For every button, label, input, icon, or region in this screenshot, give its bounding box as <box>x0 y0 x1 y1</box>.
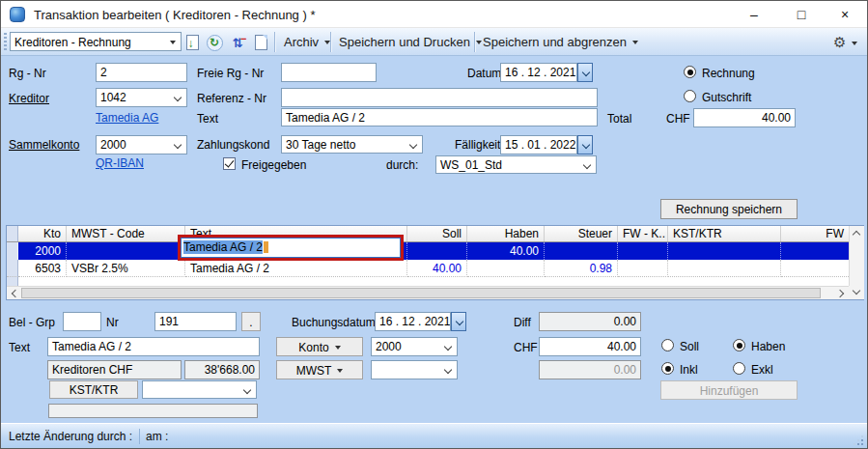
toolbar-grip[interactable] <box>4 33 7 51</box>
col-steuer[interactable]: Steuer <box>545 226 618 241</box>
kst-ktr-select[interactable] <box>142 380 257 399</box>
durch-select[interactable]: WS_01_Std <box>435 155 597 174</box>
konto-button-label: Konto <box>298 341 328 354</box>
minimize-button[interactable]: – <box>732 1 776 28</box>
status-bar: Letzte Änderung durch : am : <box>1 423 867 449</box>
referenz-nr-label: Referenz - Nr <box>197 92 266 105</box>
mwst-button[interactable]: MWST <box>276 360 363 379</box>
chevron-down-icon <box>170 41 176 44</box>
scroll-up-button[interactable] <box>851 227 862 239</box>
mwst-button-label: MWST <box>296 364 332 378</box>
zahlungskond-select[interactable]: 30 Tage netto <box>281 135 423 154</box>
maximize-button[interactable]: □ <box>779 1 824 28</box>
konto-button[interactable]: Konto <box>276 337 363 356</box>
save-print-menu-label: Speichern und Drucken <box>339 35 470 49</box>
cell-soll <box>407 242 467 260</box>
save-print-menu[interactable]: Speichern und Drucken <box>335 32 486 52</box>
text-caret <box>264 241 268 253</box>
col-kto[interactable]: Kto <box>18 226 67 241</box>
scroll-down-button[interactable] <box>851 286 862 297</box>
freigegeben-checkbox[interactable] <box>223 157 236 170</box>
detail-text-input[interactable]: Tamedia AG / 2 <box>47 337 260 356</box>
horizontal-scroll-thumb[interactable] <box>21 288 821 298</box>
sammelkonto-value: 2000 <box>100 138 126 152</box>
datum-label: Datum <box>467 67 501 80</box>
adjust-button[interactable]: ⇅− <box>229 34 246 51</box>
dot-button[interactable]: . <box>241 312 261 331</box>
settings-menu[interactable]: ⚙ <box>833 32 857 52</box>
table-row-empty[interactable] <box>7 277 849 286</box>
total-currency-label: CHF <box>666 112 690 126</box>
save-invoice-button[interactable]: Rechnung speichern <box>660 199 798 219</box>
freie-rg-nr-input[interactable] <box>281 63 377 82</box>
faelligkeit-dropdown-button[interactable] <box>577 135 593 154</box>
rg-nr-input[interactable]: 2 <box>96 63 187 82</box>
table-row[interactable]: 6503 VSBr 2.5% Tamedia AG / 2 40.00 0.98 <box>7 260 849 277</box>
konto-select[interactable]: 2000 <box>371 337 458 356</box>
scroll-right-button[interactable] <box>835 288 847 299</box>
datum-input[interactable]: 16 . 12 . 2021 <box>500 63 577 82</box>
rg-nr-label: Rg - Nr <box>9 67 46 80</box>
kreditor-label[interactable]: Kreditor <box>9 92 49 105</box>
close-button[interactable]: × <box>823 1 867 28</box>
scroll-left-button[interactable] <box>8 288 19 299</box>
col-fw[interactable]: FW <box>781 226 849 241</box>
transaction-type-select[interactable]: Kreditoren - Rechnung <box>10 32 182 51</box>
haben-radio-label: Haben <box>751 340 785 353</box>
app-window: Transaktion bearbeiten ( Kreditoren - Re… <box>0 0 868 449</box>
chevron-down-icon <box>456 318 463 325</box>
buchungsdatum-dropdown-button[interactable] <box>451 312 466 331</box>
durch-value: WS_01_Std <box>440 158 502 172</box>
chf-input[interactable]: 40.00 <box>539 337 641 356</box>
mwst-select[interactable] <box>371 360 458 379</box>
import-button[interactable] <box>183 34 201 51</box>
col-soll[interactable]: Soll <box>407 226 467 241</box>
archiv-menu[interactable]: Archiv <box>280 32 334 52</box>
qr-iban-link[interactable]: QR-IBAN <box>96 156 144 170</box>
col-mwst-code[interactable]: MWST - Code <box>67 226 185 241</box>
cell-edit-box[interactable]: Tamedia AG / 2 <box>178 235 404 261</box>
referenz-nr-input[interactable] <box>281 88 598 107</box>
col-fw-k[interactable]: FW - K.. <box>618 226 668 241</box>
text-input[interactable]: Tamedia AG / 2 <box>281 108 598 126</box>
text-label: Text <box>197 112 218 126</box>
zahlungskond-label: Zahlungskond <box>197 138 269 152</box>
chevron-down-icon <box>444 343 452 351</box>
last-change-date-label: am : <box>146 430 168 443</box>
chevron-down-icon <box>852 42 857 45</box>
exkl-radio[interactable] <box>733 362 745 375</box>
kst-ktr-button[interactable]: KST/KTR <box>49 380 138 399</box>
new-document-icon <box>255 35 267 50</box>
inkl-radio[interactable] <box>661 362 674 375</box>
sammelkonto-select[interactable]: 2000 <box>96 135 187 154</box>
hinzufuegen-button[interactable]: Hinzufügen <box>660 380 798 400</box>
resize-grip[interactable] <box>854 435 863 445</box>
soll-radio[interactable] <box>661 339 674 351</box>
gutschrift-radio[interactable] <box>684 90 696 102</box>
new-document-button[interactable] <box>252 34 269 51</box>
exkl-radio-label: Exkl <box>751 363 773 377</box>
kreditor-name-link[interactable]: Tamedia AG <box>96 111 158 125</box>
cell-kst <box>668 260 781 277</box>
title-bar: Transaktion bearbeiten ( Kreditoren - Re… <box>1 1 867 28</box>
vertical-scrollbar[interactable] <box>849 226 864 286</box>
faelligkeit-input[interactable]: 15 . 01 . 2022 <box>500 135 577 154</box>
table-row-selected[interactable]: 2000 40.00 <box>7 242 849 260</box>
kreditor-select[interactable]: 1042 <box>96 88 187 107</box>
bel-grp-input[interactable] <box>63 312 101 331</box>
refresh-button[interactable]: ↻ <box>206 34 223 51</box>
buchungsdatum-input[interactable]: 16 . 12 . 2021 <box>375 312 451 331</box>
cell-fw-k <box>618 242 668 260</box>
total-input[interactable]: 40.00 <box>693 108 796 127</box>
cell-edit-input[interactable]: Tamedia AG / 2 <box>181 238 401 258</box>
refresh-icon: ↻ <box>207 35 223 51</box>
horizontal-scrollbar[interactable] <box>7 286 849 299</box>
nr-input[interactable]: 191 <box>154 312 237 331</box>
rechnung-radio[interactable] <box>684 66 696 78</box>
sammelkonto-label[interactable]: Sammelkonto <box>9 138 79 152</box>
save-accrue-menu[interactable]: Speichern und abgrenzen <box>479 32 642 52</box>
col-haben[interactable]: Haben <box>467 226 545 241</box>
col-kst-ktr[interactable]: KST/KTR <box>668 226 781 241</box>
datum-dropdown-button[interactable] <box>577 63 593 82</box>
haben-radio[interactable] <box>733 339 745 351</box>
